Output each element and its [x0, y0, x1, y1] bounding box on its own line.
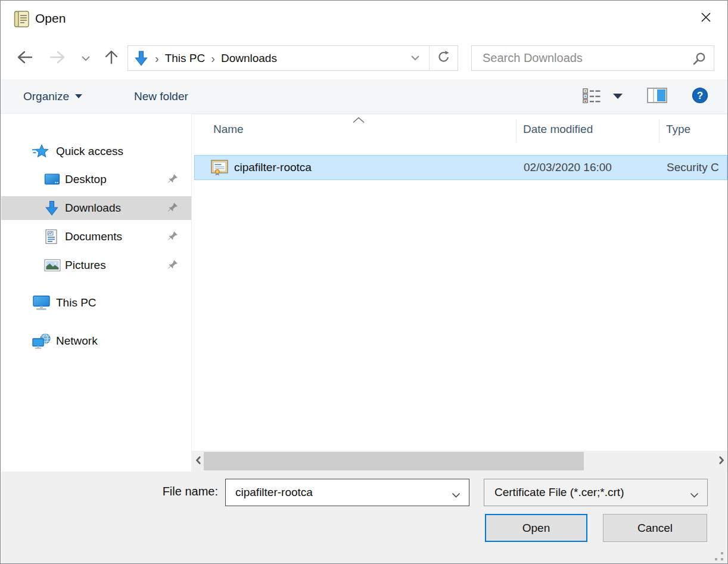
pin-icon: [167, 231, 178, 244]
breadcrumb-this-pc[interactable]: This PC: [165, 52, 206, 65]
back-arrow-icon: [13, 47, 36, 70]
file-name-combobox: [225, 479, 469, 506]
search-icon: [692, 52, 706, 68]
file-type-dropdown[interactable]: Certificate File (*.cer;*.crt): [484, 479, 708, 506]
title-bar: Open: [1, 1, 727, 38]
downloads-folder-icon: [133, 50, 149, 67]
chevron-down-icon: [613, 94, 623, 99]
open-dialog-window: Open: [0, 0, 728, 564]
file-name-label: File name:: [1, 485, 218, 498]
scroll-left-button[interactable]: [193, 451, 203, 472]
forward-arrow-icon: [46, 47, 69, 70]
sidebar-item-label: Documents: [65, 230, 122, 243]
close-icon: [700, 11, 712, 25]
refresh-icon: [437, 50, 451, 66]
sidebar-item-network[interactable]: Network: [1, 329, 191, 353]
sort-ascending-icon: [351, 115, 366, 126]
pictures-icon: [44, 259, 61, 272]
command-toolbar: Organize New folder: [1, 79, 727, 114]
preview-pane-icon: [647, 88, 667, 105]
open-button-label: Open: [522, 522, 550, 535]
pin-icon: [167, 202, 178, 215]
cancel-button[interactable]: Cancel: [603, 514, 707, 542]
network-icon: [32, 333, 51, 349]
sidebar-item-label: Pictures: [65, 259, 106, 272]
sidebar-item-downloads[interactable]: Downloads: [1, 196, 191, 220]
file-type: Security C: [667, 161, 719, 174]
scrollbar-thumb[interactable]: [204, 452, 584, 470]
up-button[interactable]: [99, 46, 123, 70]
help-icon: ?: [692, 87, 708, 106]
open-button[interactable]: Open: [485, 514, 587, 542]
details-view-icon: [582, 88, 601, 105]
up-arrow-icon: [101, 47, 122, 70]
scroll-right-button[interactable]: [716, 451, 726, 472]
help-button[interactable]: ?: [686, 79, 714, 113]
column-header-name[interactable]: Name: [213, 123, 244, 136]
chevron-down-icon: [410, 54, 420, 63]
chevron-down-icon: [81, 54, 91, 63]
chevron-down-icon: [690, 490, 699, 501]
change-view-button[interactable]: [577, 79, 606, 113]
dialog-footer: File name: Certificate File (*.cer;*.crt…: [1, 472, 727, 564]
sidebar-item-label: Quick access: [56, 145, 123, 158]
downloads-icon: [44, 200, 60, 216]
organize-button[interactable]: Organize: [23, 79, 82, 113]
chevron-right-icon: [718, 455, 724, 467]
sidebar-item-label: This PC: [56, 296, 97, 309]
refresh-button[interactable]: [430, 46, 458, 70]
new-folder-button[interactable]: New folder: [134, 79, 188, 113]
quick-access-icon: [32, 144, 49, 159]
search-input[interactable]: [483, 46, 679, 70]
address-bar[interactable]: › This PC › Downloads: [127, 45, 458, 71]
chevron-down-icon[interactable]: [452, 490, 461, 501]
horizontal-scrollbar[interactable]: [192, 451, 727, 472]
sidebar-item-pictures[interactable]: Pictures: [1, 253, 191, 277]
column-divider[interactable]: [659, 119, 659, 142]
resize-grip[interactable]: [715, 552, 723, 560]
breadcrumb-chevron-icon: ›: [149, 47, 165, 70]
forward-button[interactable]: [46, 46, 70, 70]
svg-text:?: ?: [697, 90, 703, 101]
pin-icon: [167, 259, 178, 272]
back-button[interactable]: [13, 46, 36, 70]
navigation-bar: › This PC › Downloads: [1, 38, 727, 79]
this-pc-icon: [32, 295, 51, 311]
sidebar-item-label: Downloads: [65, 202, 121, 215]
pin-icon: [167, 173, 178, 187]
column-header-type[interactable]: Type: [666, 123, 690, 136]
view-options-dropdown[interactable]: [607, 79, 629, 113]
sidebar-item-quick-access[interactable]: Quick access: [1, 140, 191, 163]
breadcrumb-chevron-icon: ›: [205, 47, 221, 70]
sidebar-item-documents[interactable]: Documents: [1, 225, 191, 249]
organize-label: Organize: [23, 90, 69, 103]
navigation-pane: Quick access Desktop: [1, 114, 191, 472]
scroll-document-icon: [13, 10, 30, 31]
file-date-modified: 02/03/2020 16:00: [524, 161, 612, 174]
sidebar-item-label: Network: [56, 334, 98, 348]
column-divider[interactable]: [516, 119, 517, 142]
cancel-button-label: Cancel: [637, 522, 673, 535]
sidebar-item-this-pc[interactable]: This PC: [1, 291, 191, 315]
file-name-input[interactable]: [235, 480, 444, 505]
certificate-icon: [211, 160, 229, 178]
desktop-icon: [44, 173, 61, 186]
chevron-down-icon: [75, 94, 82, 98]
close-button[interactable]: [692, 4, 720, 32]
address-dropdown-button[interactable]: [402, 46, 429, 70]
file-list: Name Date modified Type cipafilter-rootc…: [192, 114, 727, 451]
search-box: [471, 45, 714, 71]
file-type-value: Certificate File (*.cer;*.crt): [494, 486, 624, 499]
file-name: cipafilter-rootca: [234, 161, 312, 174]
preview-pane-button[interactable]: [643, 79, 671, 113]
recent-locations-button[interactable]: [77, 52, 95, 65]
sidebar-item-desktop[interactable]: Desktop: [1, 168, 191, 191]
window-title: Open: [35, 11, 66, 26]
breadcrumb-downloads[interactable]: Downloads: [221, 52, 277, 65]
documents-icon: [44, 229, 58, 244]
column-header-date-modified[interactable]: Date modified: [523, 123, 593, 136]
file-row-selected[interactable]: cipafilter-rootca 02/03/2020 16:00 Secur…: [194, 155, 727, 180]
sidebar-item-label: Desktop: [65, 173, 107, 186]
chevron-left-icon: [195, 455, 201, 467]
new-folder-label: New folder: [134, 90, 188, 103]
